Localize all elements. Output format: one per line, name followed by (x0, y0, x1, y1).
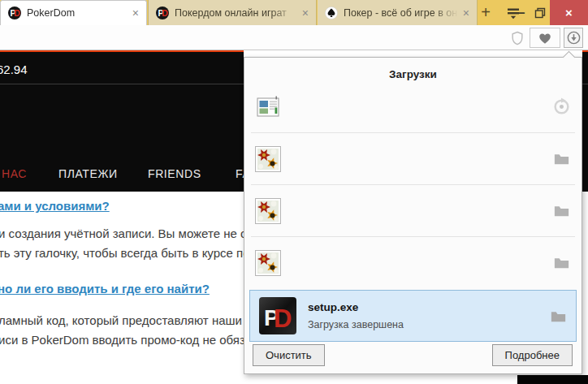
tab-title: PokerDom (27, 7, 128, 19)
heart-icon (538, 31, 552, 45)
image-file-icon (255, 146, 281, 172)
pokerdom-favicon-icon: P D (8, 6, 21, 19)
pokerdom-favicon-icon: P D (156, 6, 169, 19)
tab-pokerdom-online[interactable]: P D Покердом онлайн играт × (148, 0, 317, 25)
download-status: Загрузка завершена (308, 319, 404, 330)
image-file-icon (255, 198, 281, 224)
nav-item-about[interactable]: НАС (2, 167, 27, 180)
downloads-button[interactable] (564, 28, 583, 48)
svg-text:D: D (14, 8, 20, 18)
show-all-downloads-button[interactable]: Подробнее (492, 344, 573, 366)
download-filename: setup.exe (308, 301, 404, 313)
tab-pokerdom[interactable]: P D PokerDom × (0, 0, 147, 25)
downloads-panel: Загрузки (244, 50, 582, 374)
download-item-image[interactable] (244, 185, 582, 236)
tab-title: Покердом онлайн играт (175, 7, 297, 19)
image-file-icon (255, 250, 281, 276)
download-item-webpage[interactable] (244, 81, 582, 132)
download-info: setup.exe Загрузка завершена (308, 301, 404, 330)
open-folder-icon[interactable] (552, 149, 571, 168)
close-window-button[interactable]: × (550, 0, 588, 25)
svg-text:D: D (162, 8, 168, 18)
tab-close-icon[interactable]: × (463, 7, 469, 19)
paragraph-promo: ламный код, который предоставляют наши п… (0, 311, 252, 349)
webpage-file-icon (255, 94, 281, 120)
promo-code-link[interactable]: но ли его вводить и где его найти? (0, 282, 210, 296)
account-balance: 62.94 (0, 63, 28, 76)
retry-download-icon[interactable] (552, 97, 571, 116)
spade-favicon-icon (325, 6, 338, 19)
download-item-image[interactable] (244, 237, 582, 288)
downloads-panel-bubble: Загрузки (244, 57, 582, 374)
page-footer-element (517, 375, 588, 384)
open-folder-icon[interactable] (549, 307, 568, 326)
clear-downloads-button[interactable]: Очистить (253, 344, 325, 366)
tab-title: Покер - всё об игре в он (344, 7, 458, 19)
download-item-setup-exe[interactable]: P D setup.exe Загрузка завершена (249, 290, 577, 342)
restore-window-button[interactable] (532, 0, 548, 25)
download-icon (566, 30, 582, 45)
security-shield-button[interactable] (507, 28, 528, 48)
open-folder-icon[interactable] (552, 253, 571, 272)
nav-item-friends[interactable]: FRIENDS (148, 167, 201, 180)
new-tab-button[interactable]: + (474, 0, 497, 25)
download-item-image[interactable] (244, 133, 582, 184)
minimize-button[interactable]: – (514, 0, 529, 25)
bookmarks-heart-button[interactable] (530, 28, 560, 48)
restore-icon (534, 6, 547, 19)
tab-bar: P D PokerDom × P D Покердом онлайн играт… (0, 0, 588, 25)
pokerdom-setup-file-icon: P D (258, 296, 297, 335)
tab-poker-info[interactable]: Покер - всё об игре в он × (318, 0, 478, 25)
paragraph-registration: и создания учётной записи. Вы можете не … (0, 224, 253, 262)
downloads-panel-footer: Очистить Подробнее (253, 344, 573, 366)
browser-toolbar (0, 25, 588, 50)
open-folder-icon[interactable] (552, 201, 571, 220)
tab-close-icon[interactable]: × (132, 7, 139, 19)
svg-text:D: D (274, 304, 292, 333)
shield-icon (509, 30, 525, 46)
terms-link[interactable]: ами и условиями? (0, 199, 110, 213)
tab-close-icon[interactable]: × (302, 7, 309, 19)
nav-item-payments[interactable]: ПЛАТЕЖИ (58, 167, 118, 180)
downloads-panel-title: Загрузки (244, 58, 582, 80)
